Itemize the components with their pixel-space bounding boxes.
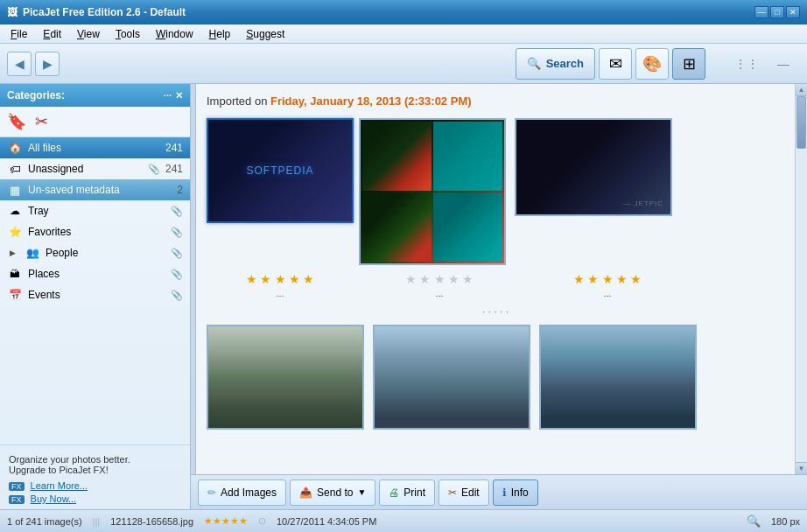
photo-thumb-grid[interactable]: [359, 118, 506, 265]
photo-label-1: ...: [207, 288, 354, 298]
star-3-4[interactable]: ★: [616, 272, 628, 286]
sidebar-item-favorites[interactable]: ⭐ Favorites 📎: [0, 221, 190, 242]
events-icon: 📅: [7, 287, 23, 303]
collapse-button[interactable]: —: [767, 48, 800, 80]
main-layout: Categories: ··· ✕ 🔖 ✂ 🏠 All files 241 🏷 …: [0, 84, 807, 509]
add-images-button[interactable]: ✏ Add Images: [198, 480, 286, 506]
star-2-2[interactable]: ★: [419, 272, 431, 286]
events-attach: 📎: [171, 290, 183, 301]
fx-badge-learn: FX: [9, 482, 25, 491]
title-bar: 🖼 PicaJet Free Edition 2.6 - Default — □…: [0, 0, 807, 24]
window-controls: — □ ✕: [754, 6, 800, 18]
share-button[interactable]: 🎨: [635, 48, 669, 80]
grid-cell-2: [433, 122, 502, 191]
sidebar-item-people[interactable]: ▶ 👥 People 📎: [0, 242, 190, 263]
edit-button[interactable]: ✂ Edit: [439, 480, 489, 506]
favorites-attach: 📎: [171, 227, 183, 238]
scroll-up[interactable]: ▲: [796, 84, 807, 96]
star-3-5[interactable]: ★: [630, 272, 642, 286]
print-button[interactable]: 🖨 Print: [379, 480, 435, 506]
menu-suggest[interactable]: Suggest: [239, 26, 291, 42]
star-2-3[interactable]: ★: [434, 272, 446, 286]
people-icon: 👥: [25, 245, 40, 261]
menu-window[interactable]: Window: [149, 26, 200, 42]
photo-thumb-cliff[interactable]: [373, 325, 530, 430]
unassigned-label: Unassigned: [28, 163, 143, 175]
star-1-4[interactable]: ★: [289, 272, 300, 286]
add-images-icon: ✏: [207, 486, 216, 499]
back-button[interactable]: ◀: [7, 52, 32, 76]
sidebar-close-btn[interactable]: ✕: [175, 90, 183, 102]
send-to-label: Send to: [317, 486, 353, 499]
tray-label: Tray: [28, 205, 165, 217]
photo-thumb-dark[interactable]: — jetpic: [515, 118, 672, 216]
scroll-down[interactable]: ▼: [796, 462, 807, 474]
content-scroll[interactable]: Imported on Friday, January 18, 2013 (2:…: [196, 84, 795, 474]
forward-button[interactable]: ▶: [35, 52, 60, 76]
stars-group-2: ★ ★ ★ ★ ★: [366, 272, 513, 286]
send-to-button[interactable]: 📤 Send to ▼: [290, 480, 375, 506]
sidebar-item-unassigned[interactable]: 🏷 Unassigned 📎 241: [0, 158, 190, 179]
status-sep-2: ⊙: [258, 515, 266, 527]
print-icon: 🖨: [389, 486, 399, 499]
star-2-1[interactable]: ★: [405, 272, 417, 286]
star-1-2[interactable]: ★: [260, 272, 271, 286]
scroll-bar[interactable]: ▲ ▼: [795, 84, 807, 474]
star-3-1[interactable]: ★: [573, 272, 585, 286]
extra-button[interactable]: ⋮⋮: [730, 48, 763, 80]
photo-label-3: ...: [529, 288, 686, 298]
info-button[interactable]: ℹ Info: [493, 480, 538, 506]
menu-edit[interactable]: Edit: [36, 26, 68, 42]
star-2-5[interactable]: ★: [462, 272, 474, 286]
photo-thumb-softpedia[interactable]: SOFTPEDIA: [207, 118, 354, 223]
email-button[interactable]: ✉: [599, 48, 632, 80]
close-button[interactable]: ✕: [786, 6, 800, 18]
menu-view[interactable]: View: [70, 26, 107, 42]
bottom-toolbar: ✏ Add Images 📤 Send to ▼ 🖨 Print ✂ Edit …: [191, 474, 807, 509]
menu-help[interactable]: Help: [202, 26, 238, 42]
status-zoom: 180 px: [771, 516, 800, 527]
tray-attach: 📎: [171, 206, 183, 217]
sidebar-icon-scissors[interactable]: ✂: [32, 112, 51, 131]
sidebar-item-places[interactable]: 🏔 Places 📎: [0, 263, 190, 284]
buy-now-link[interactable]: Buy Now...: [31, 494, 77, 504]
menu-bar: File Edit View Tools Window Help Suggest: [0, 24, 807, 44]
sidebar-item-all-files[interactable]: 🏠 All files 241: [0, 137, 190, 158]
unsaved-metadata-label: Un-saved metadata: [28, 184, 172, 196]
photo-thumb-trees[interactable]: [207, 325, 364, 430]
search-label: Search: [546, 57, 584, 70]
search-button[interactable]: 🔍 Search: [516, 48, 595, 80]
import-header: Imported on Friday, January 18, 2013 (2:…: [207, 91, 784, 111]
stars-group-1: ★ ★ ★ ★ ★: [207, 272, 354, 286]
maximize-button[interactable]: □: [770, 6, 784, 18]
star-1-5[interactable]: ★: [303, 272, 314, 286]
fx-badge-buy: FX: [9, 495, 25, 504]
photo-row-1: SOFTPEDIA — jetpic: [207, 118, 784, 265]
grid-cell-3: [362, 192, 432, 262]
edit-icon: ✂: [448, 486, 457, 499]
sidebar-item-events[interactable]: 📅 Events 📎: [0, 284, 190, 305]
sidebar-promo: Organize your photos better. Upgrade to …: [0, 444, 190, 509]
star-3-3[interactable]: ★: [602, 272, 614, 286]
minimize-button[interactable]: —: [754, 6, 768, 18]
sidebar-item-unsaved-metadata[interactable]: ▦ Un-saved metadata 2: [0, 179, 190, 200]
star-1-3[interactable]: ★: [275, 272, 286, 286]
scroll-thumb[interactable]: [796, 96, 806, 149]
star-3-2[interactable]: ★: [587, 272, 599, 286]
star-1-1[interactable]: ★: [246, 272, 257, 286]
learn-more-link[interactable]: Learn More...: [31, 480, 88, 491]
toolbar: ◀ ▶ 🔍 Search ✉ 🎨 ⊞ ⋮⋮ —: [0, 44, 807, 84]
app-icon: 🖼: [7, 6, 18, 18]
sidebar-title: Categories:: [7, 89, 65, 102]
menu-tools[interactable]: Tools: [109, 26, 147, 42]
search-icon: 🔍: [527, 57, 541, 70]
star-2-4[interactable]: ★: [448, 272, 460, 286]
photo-thumb-mountain[interactable]: [539, 325, 697, 430]
sidebar-item-tray[interactable]: ☁ Tray 📎: [0, 200, 190, 221]
view-button[interactable]: ⊞: [672, 48, 705, 80]
sidebar-menu-btn[interactable]: ···: [164, 90, 172, 102]
stars-row: ★ ★ ★ ★ ★ ★ ★ ★ ★ ★ ★ ★: [207, 272, 784, 286]
menu-file[interactable]: File: [4, 26, 34, 42]
people-attach: 📎: [171, 248, 183, 259]
sidebar-icon-bookmark[interactable]: 🔖: [7, 112, 26, 131]
